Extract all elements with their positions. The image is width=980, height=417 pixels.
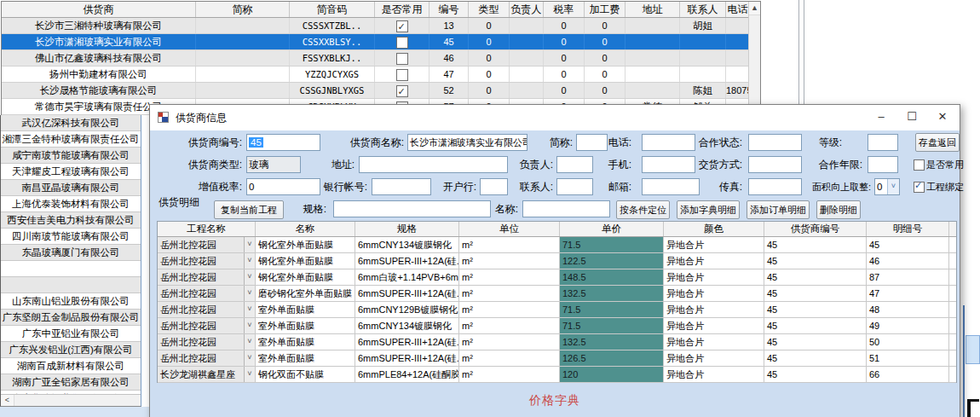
supplier-row[interactable]: 长沙市潇湘玻璃实业有限公司CSSXXBLSY..45000: [2, 34, 760, 50]
supplier-name-field[interactable]: 长沙市潇湘玻璃实业有限公司: [407, 134, 527, 151]
supplier-type-field[interactable]: 玻璃: [246, 156, 301, 173]
supplier-no-field[interactable]: 45: [246, 134, 320, 151]
checkbox-unchecked[interactable]: [396, 37, 408, 49]
list-item[interactable]: 山东南山铝业股份有限公司: [1, 293, 141, 310]
list-item[interactable]: 南昌亚晶玻璃有限公司: [1, 180, 141, 196]
combo-dropdown-icon[interactable]: ˅: [244, 318, 255, 333]
delete-detail-button[interactable]: 删除明细: [816, 200, 861, 219]
list-item[interactable]: [1, 261, 141, 277]
list-item[interactable]: 湖南广亚全铝家居有限公司: [1, 374, 141, 391]
add-dict-detail-button[interactable]: 添加字典明细: [677, 200, 740, 219]
locate-by-condition-button[interactable]: 按条件定位: [616, 200, 670, 219]
combo-dropdown-icon[interactable]: ˅: [244, 253, 255, 269]
common-checkbox-cell[interactable]: [375, 67, 429, 82]
supplier-row[interactable]: 佛山市亿鑫玻璃科技有限公司FSSYXBLKJ..46000: [2, 50, 760, 67]
supplier-row[interactable]: 长沙市三湘特种玻璃有限公司CSSSXTZBL..13000胡姐: [2, 18, 760, 34]
column-header[interactable]: 地址: [625, 2, 680, 17]
area-round-up-select[interactable]: 0˅: [874, 178, 900, 195]
chevron-down-icon[interactable]: ˅: [887, 179, 899, 194]
detail-row[interactable]: 岳州北控花园˅磨砂钢化室外单面贴膜6mmSUPER-III+12A(硅..m²1…: [158, 286, 956, 302]
column-header[interactable]: 编号: [429, 2, 469, 17]
column-header[interactable]: 单价: [560, 222, 664, 236]
checkbox-checked[interactable]: [396, 20, 408, 32]
column-header[interactable]: 明细号: [867, 222, 949, 236]
detail-row[interactable]: 岳州北控花园˅室外单面贴膜6mmSUPER-III+12A(硅..m²126.5…: [158, 350, 956, 367]
column-header[interactable]: 加工费: [585, 2, 625, 17]
checkbox-unchecked[interactable]: [396, 69, 408, 81]
detail-row[interactable]: 岳州北控花园˅钢化室外单面贴膜6mmCNY134镀膜钢化m²71.5异地合片45…: [158, 237, 956, 253]
spec-filter-input[interactable]: [333, 200, 491, 217]
detail-row[interactable]: 岳州北控花园˅室外单面贴膜6mmCNY129B镀膜钢化m²71.5异地合片454…: [158, 302, 956, 318]
supplier-row[interactable]: 长沙晟格节能玻璃有限公司CSSGJNBLYXGS52000陈姐180751: [2, 83, 760, 99]
save-return-button[interactable]: 存盘返回: [915, 133, 960, 152]
contact-field[interactable]: [556, 178, 593, 195]
list-item[interactable]: 广东坚朗五金制品股份有限公司: [1, 310, 141, 326]
dialog-titlebar[interactable]: 供货商信息 – ☐ ✕: [150, 105, 960, 130]
bank-branch-field[interactable]: [480, 178, 508, 195]
coop-status-field[interactable]: [748, 134, 802, 151]
address-field[interactable]: [359, 156, 508, 173]
combo-dropdown-icon[interactable]: ˅: [244, 237, 255, 252]
detail-row[interactable]: 岳州北控花园˅室外单面贴膜6mmSUPER-III+12A(硅..m²132.5…: [158, 334, 956, 350]
fax-field[interactable]: [748, 178, 802, 195]
column-header[interactable]: 简称: [196, 2, 290, 17]
list-item[interactable]: [1, 277, 141, 293]
common-checkbox-cell[interactable]: [375, 83, 429, 98]
column-header[interactable]: 联系人: [680, 2, 726, 17]
column-header[interactable]: 负责人: [510, 2, 544, 17]
column-header[interactable]: 供货商编号: [764, 222, 867, 236]
minimize-button[interactable]: –: [866, 105, 896, 130]
add-order-detail-button[interactable]: 添加订单明细: [747, 200, 810, 219]
manager-field[interactable]: [556, 156, 593, 173]
list-item[interactable]: 广东兴发铝业(江西)有限公司: [1, 342, 141, 358]
close-button[interactable]: ✕: [927, 105, 958, 130]
list-item[interactable]: 四川南玻节能玻璃有限公司: [1, 229, 141, 245]
checkbox-checked[interactable]: [396, 85, 408, 97]
list-item[interactable]: 武汉亿深科技有限公司: [1, 115, 141, 131]
list-item[interactable]: 天津耀皮工程玻璃有限公司: [1, 164, 141, 180]
column-header[interactable]: 单位: [459, 222, 560, 236]
scroll-left-icon[interactable]: <: [1, 395, 14, 406]
is-common-checkbox[interactable]: [914, 159, 925, 171]
combo-dropdown-icon[interactable]: ˅: [244, 367, 255, 382]
coop-years-field[interactable]: [868, 156, 898, 173]
vertical-scrollbar[interactable]: ▲: [748, 2, 760, 114]
combo-dropdown-icon[interactable]: ˅: [244, 350, 255, 366]
column-header[interactable]: 颜色: [664, 222, 764, 236]
column-header[interactable]: 简音码: [290, 2, 375, 17]
supplier-row[interactable]: 扬州中勤建材有限公司YZZQJCYXGS47000: [2, 67, 760, 83]
detail-row[interactable]: 岳州北控花园˅钢化室外单面贴膜6mm白玻+1.14PVB+6mm..m²148.…: [158, 269, 956, 286]
list-item[interactable]: 西安佳吉美电力科技有限公司: [1, 212, 141, 229]
column-header[interactable]: 是否常用: [375, 2, 429, 17]
column-header[interactable]: 税率: [544, 2, 585, 17]
column-header[interactable]: 规格: [355, 222, 459, 236]
column-header[interactable]: 电话: [726, 2, 750, 17]
maximize-button[interactable]: ☐: [896, 105, 927, 130]
combo-dropdown-icon[interactable]: ˅: [244, 334, 255, 350]
column-header[interactable]: 工程名称: [158, 222, 256, 236]
column-header[interactable]: 供货商: [2, 2, 196, 17]
common-checkbox-cell[interactable]: [375, 34, 429, 49]
combo-dropdown-icon[interactable]: ˅: [244, 302, 255, 317]
detail-row[interactable]: 长沙龙湖祺鑫星座˅钢化双面不贴膜6mmPLE84+12A(硅酮胶..m²120异…: [158, 367, 956, 383]
list-item[interactable]: 上海优泰装饰材料有限公司: [1, 196, 141, 212]
name-filter-input[interactable]: [522, 200, 610, 217]
bank-account-field[interactable]: [372, 178, 431, 195]
project-bind-checkbox[interactable]: [914, 182, 925, 193]
detail-row[interactable]: 岳州北控花园˅室外单面贴膜6mmCNY134镀膜钢化m²71.5异地合片4549: [158, 318, 956, 334]
email-field[interactable]: [642, 178, 700, 195]
combo-dropdown-icon[interactable]: ˅: [244, 286, 255, 301]
grade-field[interactable]: [868, 134, 898, 151]
common-checkbox-cell[interactable]: [375, 18, 429, 33]
list-item[interactable]: 湘潭三金特种玻璃有限责任公司: [1, 131, 141, 148]
common-checkbox-cell[interactable]: [375, 50, 429, 66]
list-item[interactable]: 咸宁南玻节能玻璃有限公司: [1, 148, 141, 164]
scroll-up-icon[interactable]: ▲: [749, 2, 760, 15]
horizontal-scrollbar[interactable]: <: [1, 394, 141, 406]
list-item[interactable]: 湖南百成新材料有限公司: [1, 358, 141, 374]
checkbox-unchecked[interactable]: [396, 53, 408, 65]
list-item[interactable]: 东晶玻璃厦门有限公司: [1, 245, 141, 261]
combo-dropdown-icon[interactable]: ˅: [244, 269, 255, 285]
copy-project-button[interactable]: 复制当前工程: [214, 200, 284, 219]
column-header[interactable]: 类型: [469, 2, 510, 17]
